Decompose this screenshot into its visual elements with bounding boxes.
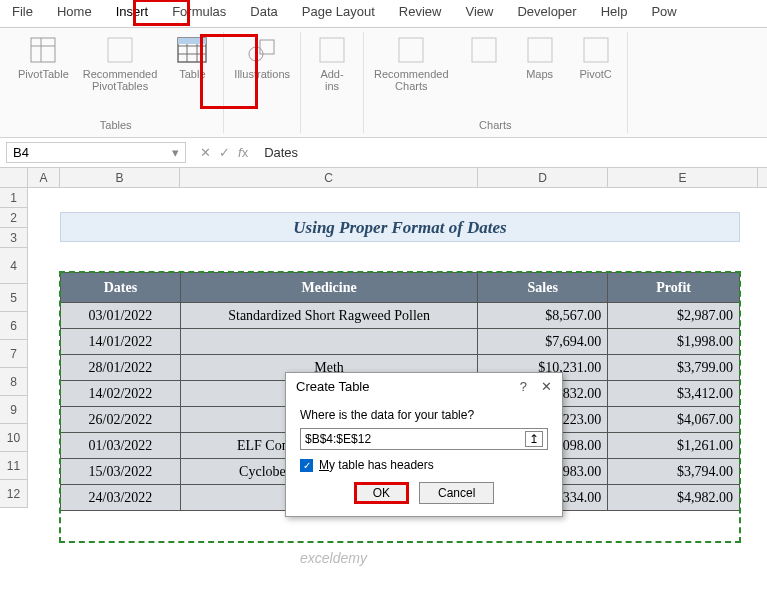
header-dates[interactable]: Dates [61,273,181,303]
dropdown-icon[interactable]: ▾ [172,145,179,160]
formula-bar-row: B4▾ ✕ ✓ fx Dates [0,138,767,168]
row-header-8[interactable]: 8 [0,368,27,396]
cell[interactable]: Standardized Short Ragweed Pollen [180,303,477,329]
headers-checkbox-row[interactable]: ✓ MMy table has headersy table has heade… [300,458,548,472]
ribbon-pivotc-button[interactable]: PivotC [571,32,621,82]
checkbox-label: MMy table has headersy table has headers [319,458,434,472]
row-header-6[interactable]: 6 [0,312,27,340]
tab-review[interactable]: Review [387,0,454,27]
tab-page layout[interactable]: Page Layout [290,0,387,27]
title-banner: Using Proper Format of Dates [60,212,740,242]
cell[interactable] [180,329,477,355]
cell[interactable]: 01/03/2022 [61,433,181,459]
cell[interactable]: $2,987.00 [608,303,740,329]
cell[interactable]: 26/02/2022 [61,407,181,433]
create-table-dialog: Create Table ? ✕ Where is the data for y… [285,372,563,517]
ribbon-maps-button[interactable]: Maps [515,32,565,82]
tab-help[interactable]: Help [589,0,640,27]
col-header-E[interactable]: E [608,168,758,187]
cell[interactable]: $4,067.00 [608,407,740,433]
recommended-icon [104,34,136,66]
ok-button[interactable]: OK [354,482,409,504]
tab-view[interactable]: View [453,0,505,27]
svg-rect-12 [320,38,344,62]
header-profit[interactable]: Profit [608,273,740,303]
select-all-corner[interactable] [0,168,28,187]
insert-tab-highlight [133,0,190,26]
formula-bar[interactable]: Dates [256,143,767,162]
cell[interactable]: 14/02/2022 [61,381,181,407]
column-headers: ABCDE [0,168,767,188]
cancel-icon[interactable]: ✕ [200,145,211,160]
svg-rect-16 [584,38,608,62]
ribbon-add--button[interactable]: Add-ins [307,32,357,94]
cell[interactable]: 24/03/2022 [61,485,181,511]
table-header-row: DatesMedicineSalesProfit [61,273,740,303]
fx-icon[interactable]: fx [238,145,248,160]
cancel-button[interactable]: Cancel [419,482,494,504]
accept-icon[interactable]: ✓ [219,145,230,160]
svg-rect-14 [472,38,496,62]
cell[interactable]: $3,412.00 [608,381,740,407]
ribbon-recommended-button[interactable]: RecommendedPivotTables [79,32,162,94]
header-medicine[interactable]: Medicine [180,273,477,303]
tab-file[interactable]: File [0,0,45,27]
col-header-A[interactable]: A [28,168,60,187]
formula-icons: ✕ ✓ fx [192,145,256,160]
ribbon-group: Add-ins [301,32,364,133]
row-header-10[interactable]: 10 [0,424,27,452]
row-header-11[interactable]: 11 [0,452,27,480]
tab-bar: FileHomeInsertFormulasDataPage LayoutRev… [0,0,767,28]
col-header-D[interactable]: D [478,168,608,187]
cell[interactable]: $3,794.00 [608,459,740,485]
ribbon-pivottable-button[interactable]: PivotTable [14,32,73,82]
row-header-12[interactable]: 12 [0,480,27,508]
dialog-title: Create Table [296,379,369,394]
add--icon [316,34,348,66]
cell[interactable]: $1,998.00 [608,329,740,355]
row-header-7[interactable]: 7 [0,340,27,368]
tab-developer[interactable]: Developer [505,0,588,27]
svg-rect-3 [108,38,132,62]
row-header-5[interactable]: 5 [0,284,27,312]
help-icon[interactable]: ? [520,379,527,394]
cell[interactable]: $8,567.00 [478,303,608,329]
table-row: 14/01/2022$7,694.00$1,998.00 [61,329,740,355]
table-button-highlight [200,34,258,109]
header-sales[interactable]: Sales [478,273,608,303]
pivotc-icon [580,34,612,66]
row-header-4[interactable]: 4 [0,248,27,284]
close-icon[interactable]: ✕ [541,379,552,394]
tab-home[interactable]: Home [45,0,104,27]
cell[interactable]: $7,694.00 [478,329,608,355]
row-header-9[interactable]: 9 [0,396,27,424]
pivottable-icon [27,34,59,66]
name-box[interactable]: B4▾ [6,142,186,163]
range-input[interactable]: $B$4:$E$12 ↥ [300,428,548,450]
tab-pow[interactable]: Pow [639,0,688,27]
range-value: $B$4:$E$12 [305,432,371,446]
cell[interactable]: 14/01/2022 [61,329,181,355]
ribbon-chart-button[interactable] [459,32,509,70]
checkbox-checked-icon[interactable]: ✓ [300,459,313,472]
tab-data[interactable]: Data [238,0,289,27]
cell[interactable]: $4,982.00 [608,485,740,511]
row-header-3[interactable]: 3 [0,228,27,248]
col-header-B[interactable]: B [60,168,180,187]
cell[interactable]: $1,261.00 [608,433,740,459]
cell[interactable]: $3,799.00 [608,355,740,381]
col-header-C[interactable]: C [180,168,478,187]
cell[interactable]: 28/01/2022 [61,355,181,381]
row-header-1[interactable]: 1 [0,188,27,208]
dialog-question: Where is the data for your table? [300,408,548,422]
cell[interactable]: 15/03/2022 [61,459,181,485]
row-header-2[interactable]: 2 [0,208,27,228]
ribbon-recommended-button[interactable]: RecommendedCharts [370,32,453,94]
table-row: 03/01/2022Standardized Short Ragweed Pol… [61,303,740,329]
row-headers: 123456789101112 [0,188,28,508]
collapse-icon[interactable]: ↥ [525,431,543,447]
cell[interactable]: 03/01/2022 [61,303,181,329]
recommended-icon [395,34,427,66]
maps-icon [524,34,556,66]
svg-rect-11 [260,40,274,54]
